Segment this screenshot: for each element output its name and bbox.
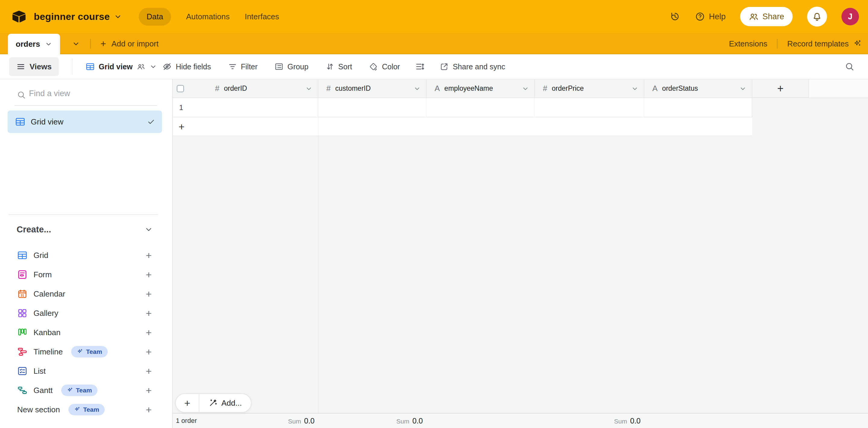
view-toolbar: Views Grid view Hide fields Filter Group [0, 54, 868, 79]
hide-fields-button[interactable]: Hide fields [162, 62, 211, 71]
sidebar-item-calendar[interactable]: 31 Calendar + [0, 284, 172, 303]
sidebar-item-grid[interactable]: Grid + [0, 245, 172, 265]
tab-automations[interactable]: Automations [186, 12, 230, 22]
chevron-down-icon[interactable] [45, 40, 52, 47]
tab-interfaces[interactable]: Interfaces [245, 12, 279, 22]
add-record-pill[interactable]: + Add... [175, 393, 251, 413]
add-view-icon[interactable]: + [146, 308, 152, 318]
views-label: Views [30, 62, 52, 71]
add-or-import-button[interactable]: + Add or import [100, 39, 159, 48]
table-cell[interactable] [535, 98, 644, 117]
row-number[interactable]: 1 [179, 103, 183, 112]
menu-icon [16, 62, 25, 71]
sidebar-item-form[interactable]: Form + [0, 265, 172, 284]
sum-orderprice[interactable]: Sum 0.0 [586, 417, 641, 425]
add-field-button[interactable]: + [752, 79, 809, 98]
magic-wand-icon [208, 398, 217, 407]
add-view-icon[interactable]: + [146, 269, 152, 280]
chevron-down-icon [305, 85, 312, 92]
row-height-button[interactable] [415, 62, 425, 71]
column-header-orderprice[interactable]: # orderPrice [535, 79, 644, 98]
plus-icon: + [100, 39, 106, 48]
add-or-import-label: Add or import [112, 39, 159, 48]
table-list-chevron-icon[interactable] [72, 40, 80, 47]
sum-orderid[interactable]: Sum 0.0 [260, 417, 315, 425]
column-header-orderstatus[interactable]: A orderStatus [644, 79, 752, 98]
add-view-icon[interactable]: + [146, 289, 152, 299]
add-view-icon[interactable]: + [146, 385, 152, 395]
column-name: employeeName [444, 85, 493, 93]
divider [14, 105, 157, 106]
column-header-employeename[interactable]: A employeeName [427, 79, 535, 98]
table-cell[interactable] [644, 98, 752, 117]
number-field-icon: # [543, 84, 547, 93]
chevron-down-icon [739, 85, 746, 92]
search-button[interactable] [844, 62, 855, 72]
column-header-orderid[interactable]: # orderID [173, 79, 318, 98]
table-cell[interactable]: 1 [173, 98, 318, 117]
add-view-icon[interactable]: + [146, 327, 152, 337]
table-cell[interactable] [427, 98, 535, 117]
record-templates-button[interactable]: Record templates [787, 39, 862, 48]
airtable-logo-icon[interactable] [12, 10, 26, 23]
extensions-button[interactable]: Extensions [729, 39, 767, 48]
record-templates-label: Record templates [787, 39, 849, 48]
item-label: Form [33, 270, 52, 279]
add-view-icon[interactable]: + [146, 404, 152, 415]
eye-slash-icon [162, 62, 172, 71]
help-button[interactable]: Help [695, 11, 726, 22]
sum-customerid[interactable]: Sum 0.0 [369, 417, 423, 425]
divider [72, 59, 72, 75]
item-label: Calendar [33, 289, 65, 299]
topbar-right: Help Share J [670, 7, 859, 27]
add-with-ai-button[interactable]: Add... [199, 398, 251, 408]
sort-button[interactable]: Sort [326, 62, 352, 71]
group-button[interactable]: Group [275, 62, 308, 71]
filter-button[interactable]: Filter [228, 62, 258, 71]
grid-icon [17, 250, 27, 260]
table-tabbar: orders + Add or import Extensions Record… [0, 33, 868, 54]
help-icon [695, 11, 705, 22]
column-name: orderID [224, 85, 247, 93]
item-label: Gantt [33, 386, 53, 395]
color-button[interactable]: Color [369, 62, 400, 71]
column-header-customerid[interactable]: # customerID [318, 79, 427, 98]
add-record-plus-button[interactable]: + [176, 397, 199, 409]
text-field-icon: A [435, 84, 440, 93]
column-name: customerID [335, 85, 371, 93]
notifications-button[interactable] [807, 7, 827, 27]
current-view-button[interactable]: Grid view [86, 62, 157, 71]
add-row-button[interactable]: + [173, 117, 752, 136]
tab-data[interactable]: Data [139, 8, 171, 26]
sidebar-item-gallery[interactable]: Gallery + [0, 303, 172, 323]
select-all-checkbox[interactable] [177, 85, 184, 92]
chevron-down-icon [145, 225, 153, 234]
share-button[interactable]: Share [740, 7, 793, 26]
create-section-header[interactable]: Create... [0, 222, 172, 237]
share-and-sync-button[interactable]: Share and sync [440, 62, 505, 71]
table-tab-label: orders [16, 39, 40, 49]
chevron-down-icon[interactable] [114, 13, 122, 21]
views-button[interactable]: Views [9, 57, 59, 76]
collaborators-icon [136, 62, 146, 71]
sidebar-item-kanban[interactable]: Kanban + [0, 323, 172, 342]
add-view-icon[interactable]: + [146, 366, 152, 376]
sidebar-item-gantt[interactable]: Gantt Team + [0, 381, 172, 400]
sidebar-item-new-section[interactable]: New section Team + [0, 400, 172, 419]
table-tab-orders[interactable]: orders [8, 34, 60, 54]
add-view-icon[interactable]: + [146, 347, 152, 357]
sidebar-item-timeline[interactable]: Timeline Team + [0, 342, 172, 361]
table-cell[interactable] [318, 98, 427, 117]
sidebar-item-list[interactable]: List + [0, 361, 172, 381]
sidebar-item-grid-view[interactable]: Grid view [7, 110, 162, 133]
find-view-input[interactable] [29, 89, 147, 98]
timeline-icon [17, 347, 27, 357]
help-label: Help [709, 12, 726, 22]
sum-label: Sum [396, 418, 409, 425]
add-view-icon[interactable]: + [146, 250, 152, 260]
grid-view-icon [15, 117, 25, 127]
base-title[interactable]: beginner course [34, 11, 110, 22]
row-height-icon [415, 62, 425, 71]
avatar[interactable]: J [841, 8, 859, 25]
history-icon[interactable] [670, 11, 680, 22]
